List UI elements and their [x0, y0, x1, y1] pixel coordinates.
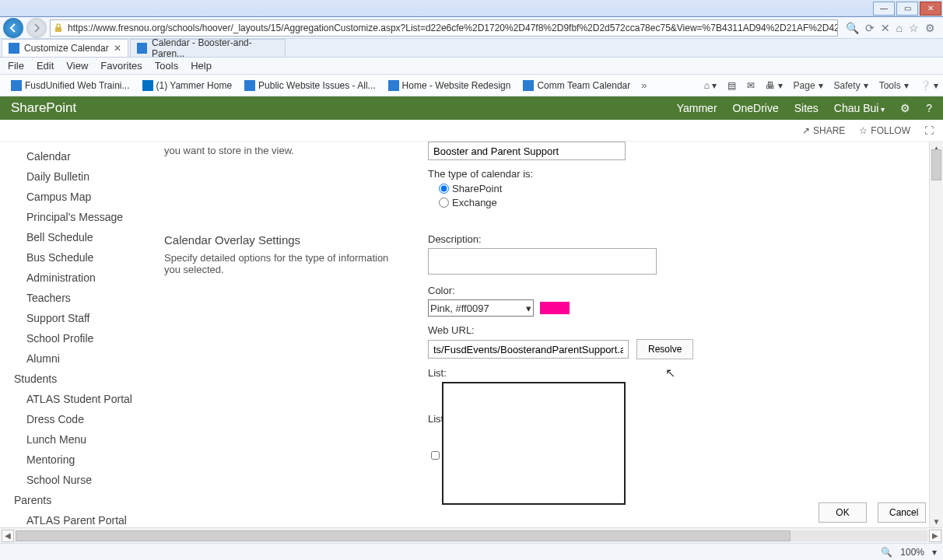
yammer-favicon-icon [142, 80, 153, 91]
page-menu[interactable]: Page ▾ [794, 80, 823, 91]
menu-edit[interactable]: Edit [37, 60, 54, 72]
section-description: Specify detailed options for the type of… [164, 252, 405, 275]
fav-link[interactable]: FusdUnified Web Traini... [5, 80, 136, 91]
fav-label: Public Website Issues - All... [258, 80, 376, 91]
back-button[interactable] [3, 18, 23, 38]
nav-item-campus-map[interactable]: Campus Map [11, 187, 160, 207]
tab-customize-calendar[interactable]: Customize Calendar ✕ [2, 39, 128, 57]
nav-item-atlas-student[interactable]: ATLAS Student Portal [11, 389, 160, 409]
color-label: Color: [428, 285, 926, 296]
follow-button[interactable]: ☆ FOLLOW [859, 125, 910, 136]
nav-item-bus-schedule[interactable]: Bus Schedule [11, 247, 160, 268]
tab-label: Calendar - Booster-and-Paren... [152, 37, 279, 59]
fav-link[interactable]: Comm Team Calendar [517, 80, 636, 91]
focus-icon[interactable]: ⛶ [924, 125, 934, 136]
window-close-button[interactable]: ✕ [920, 2, 941, 16]
list2-label: List [428, 413, 442, 425]
color-swatch [540, 302, 570, 314]
fav-link[interactable]: Public Website Issues - All... [238, 80, 382, 91]
home-icon[interactable]: ⌂ [896, 22, 903, 34]
menu-favorites[interactable]: Favorites [100, 60, 142, 72]
cancel-button[interactable]: Cancel [878, 502, 926, 523]
description-input[interactable] [428, 248, 657, 275]
browser-menubar: File Edit View Favorites Tools Help [0, 58, 943, 75]
fav-link[interactable]: Home - Website Redesign [382, 80, 517, 91]
list-select-box[interactable] [442, 382, 626, 505]
zoom-icon[interactable]: 🔍 [881, 547, 892, 558]
refresh-icon[interactable]: ⟳ [865, 22, 875, 34]
dialog-buttons: OK Cancel [819, 502, 926, 523]
scroll-thumb[interactable] [931, 149, 941, 180]
tab-label: Customize Calendar [24, 43, 109, 54]
nav-item-alumni[interactable]: Alumni [11, 348, 160, 369]
window-minimize-button[interactable]: — [873, 2, 895, 16]
nav-group-parents[interactable]: Parents [11, 490, 160, 510]
tab-close-icon[interactable]: ✕ [114, 43, 121, 54]
address-bar[interactable]: https://www.fresnou.org/schools/hoover/_… [50, 19, 838, 37]
fav-label: (1) Yammer Home [156, 80, 233, 91]
suite-link-sites[interactable]: Sites [794, 102, 819, 114]
nav-item-mentoring[interactable]: Mentoring [11, 450, 160, 470]
ok-button[interactable]: OK [819, 502, 867, 523]
favorites-overflow-icon[interactable]: » [641, 79, 647, 91]
nav-item-teachers[interactable]: Teachers [11, 288, 160, 308]
calendar-name-input[interactable] [428, 142, 626, 160]
menu-tools[interactable]: Tools [155, 60, 178, 72]
share-button[interactable]: ↗ SHARE [802, 125, 845, 136]
resolve-button[interactable]: Resolve [636, 339, 693, 359]
window-maximize-button[interactable]: ▭ [896, 2, 918, 16]
horizontal-scrollbar[interactable]: ◀ ▶ [0, 527, 943, 543]
print-icon[interactable]: 🖶 ▾ [766, 80, 782, 91]
search-icon[interactable]: 🔍 [846, 22, 859, 34]
tab-calendar-booster[interactable]: Calendar - Booster-and-Paren... [130, 39, 286, 57]
nav-item-school-profile[interactable]: School Profile [11, 328, 160, 348]
scroll-down-arrow-icon[interactable]: ▼ [930, 515, 943, 527]
nav-item-support-staff[interactable]: Support Staff [11, 308, 160, 328]
suite-link-onedrive[interactable]: OneDrive [733, 102, 779, 114]
fav-label: FusdUnified Web Traini... [25, 80, 130, 91]
zoom-dropdown-icon[interactable]: ▾ [932, 547, 937, 558]
help-icon[interactable]: ❔ ▾ [920, 80, 938, 91]
menu-file[interactable]: File [8, 60, 24, 72]
feeds-icon[interactable]: ▤ [727, 80, 736, 91]
forward-button[interactable] [26, 18, 47, 38]
color-select[interactable]: Pink, #ff0097 ▾ [428, 299, 534, 317]
gear-icon[interactable]: ⚙ [900, 102, 910, 114]
suite-user-menu[interactable]: Chau Bui [834, 102, 885, 114]
home-dropdown-icon[interactable]: ⌂ ▾ [704, 80, 717, 91]
stop-icon[interactable]: ✕ [881, 22, 890, 34]
nav-item-dress-code[interactable]: Dress Code [11, 409, 160, 429]
nav-item-lunch-menu[interactable]: Lunch Menu [11, 429, 160, 450]
weburl-input[interactable] [428, 340, 629, 359]
type-sharepoint-radio[interactable] [439, 184, 449, 194]
menu-view[interactable]: View [66, 60, 88, 72]
nav-group-students[interactable]: Students [11, 369, 160, 389]
nav-item-daily-bulletin[interactable]: Daily Bulletin [11, 166, 160, 187]
help-icon[interactable]: ? [926, 102, 932, 114]
nav-item-school-nurse[interactable]: School Nurse [11, 470, 160, 490]
tools-menu[interactable]: Tools ▾ [879, 80, 909, 91]
hscroll-thumb[interactable] [16, 530, 791, 541]
settings-gear-icon[interactable]: ⚙ [925, 22, 935, 34]
nav-item-principals-message[interactable]: Principal's Message [11, 207, 160, 227]
browser-navbar: https://www.fresnou.org/schools/hoover/_… [0, 17, 943, 39]
fav-link[interactable]: (1) Yammer Home [136, 80, 239, 91]
command-bar: ⌂ ▾ ▤ ✉ 🖶 ▾ Page ▾ Safety ▾ Tools ▾ ❔ ▾ [704, 80, 938, 91]
list-checkbox[interactable] [431, 450, 440, 460]
scroll-left-arrow-icon[interactable]: ◀ [2, 530, 14, 542]
nav-item-calendar[interactable]: Calendar [11, 146, 160, 166]
nav-item-bell-schedule[interactable]: Bell Schedule [11, 227, 160, 247]
nav-item-administration[interactable]: Administration [11, 268, 160, 288]
mail-icon[interactable]: ✉ [747, 80, 755, 91]
vertical-scrollbar[interactable]: ▲ ▼ [929, 142, 943, 527]
site-favicon-icon [11, 80, 22, 91]
nav-item-atlas-parent[interactable]: ATLAS Parent Portal [11, 510, 160, 527]
menu-help[interactable]: Help [191, 60, 212, 72]
suite-link-yammer[interactable]: Yammer [677, 102, 717, 114]
safety-menu[interactable]: Safety ▾ [834, 80, 868, 91]
type-exchange-radio[interactable] [439, 198, 449, 208]
favorites-star-icon[interactable]: ☆ [909, 22, 919, 34]
zoom-value[interactable]: 100% [900, 547, 924, 558]
scroll-right-arrow-icon[interactable]: ▶ [929, 530, 941, 542]
navbar-icons: 🔍 ⟳ ✕ ⌂ ☆ ⚙ [841, 22, 940, 34]
